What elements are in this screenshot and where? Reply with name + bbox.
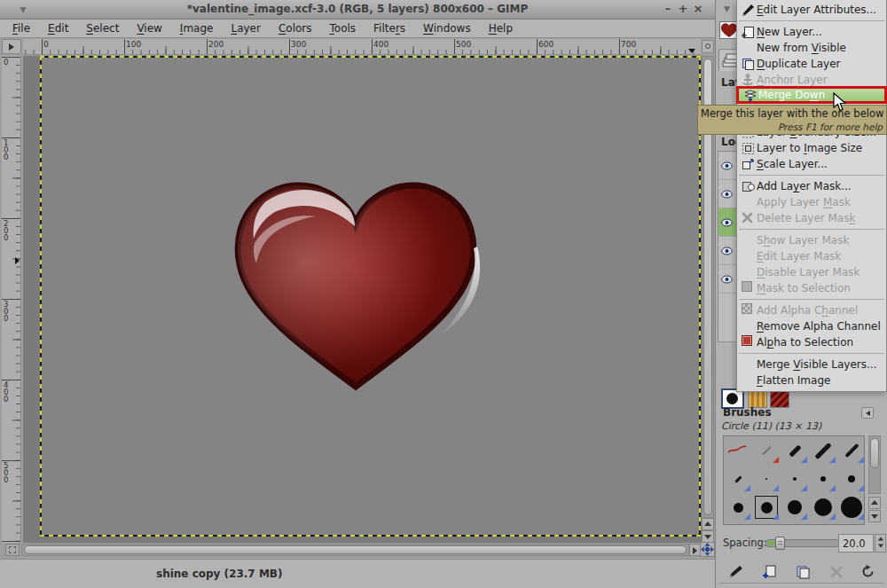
brush-scrollbar[interactable] [868, 435, 881, 494]
menu-item-alpha-to-selection[interactable]: Alpha to Selection [737, 334, 886, 350]
brush-cell[interactable] [724, 436, 752, 465]
menu-item-edit-layer-mask[interactable]: Edit Layer Mask [737, 248, 886, 264]
gradients-tab[interactable] [770, 391, 789, 408]
menu-item-merge-visible-layers[interactable]: Merge Visible Layers... [737, 357, 886, 372]
horizontal-scrollbar[interactable] [21, 544, 689, 556]
slider-handle[interactable] [775, 537, 785, 550]
menubar-item-view[interactable]: View [128, 20, 170, 36]
brush-scroll-up-button[interactable] [868, 497, 881, 509]
navigation-button[interactable] [700, 542, 715, 557]
menu-item-flatten-image[interactable]: Flatten Image [737, 372, 886, 388]
red-swatch-icon [742, 335, 757, 349]
menu-item-label: Disable Layer Mask [757, 266, 860, 278]
menu-item-edit-layer-attributes[interactable]: Edit Layer Attributes... [737, 2, 886, 18]
menu-item-merge-down[interactable]: Merge Down [736, 86, 887, 104]
delete-brush-button[interactable] [830, 566, 843, 578]
refresh-brushes-button[interactable] [861, 565, 875, 578]
minimize-button[interactable]: – [661, 2, 675, 16]
horizontal-ruler[interactable]: 0100200300400500600700800 [23, 39, 701, 55]
menu-item-new-layer[interactable]: New Layer... [737, 24, 886, 40]
menu-item-disable-layer-mask[interactable]: Disable Layer Mask [737, 264, 886, 280]
brush-cell[interactable] [781, 521, 809, 525]
spacing-slider[interactable] [765, 539, 840, 547]
scroll-up-button[interactable] [702, 518, 714, 530]
tooltip-text: Merge this layer with the one below it [701, 107, 887, 120]
brush-cell[interactable] [809, 465, 837, 493]
layer-visibility-toggle[interactable] [721, 242, 733, 259]
menu-separator [737, 350, 886, 357]
dock-menu-chevron-icon[interactable]: ▼ [724, 4, 730, 13]
close-button[interactable]: × [691, 2, 705, 16]
spacing-value-input[interactable]: 20.0 [838, 534, 874, 553]
menubar-item-help[interactable]: Help [480, 20, 522, 36]
add-mask-icon [742, 179, 757, 193]
menubar-item-file[interactable]: File [4, 20, 39, 36]
quick-mask-toggle[interactable] [5, 544, 20, 556]
brush-cell[interactable] [837, 465, 865, 493]
brush-cell[interactable] [781, 436, 809, 465]
menu-item-add-layer-mask[interactable]: Add Layer Mask... [737, 178, 886, 194]
layer-visibility-toggle[interactable] [721, 270, 733, 287]
brush-corner-mark [744, 485, 750, 491]
brush-cell[interactable] [809, 493, 837, 521]
pencil-icon [742, 3, 757, 17]
zoom-follow-window-button[interactable] [702, 40, 714, 53]
brush-cell[interactable] [752, 436, 781, 465]
menubar-item-select[interactable]: Select [77, 20, 128, 36]
menu-item-new-from-visible[interactable]: New from Visible [737, 40, 886, 56]
brush-grid[interactable] [723, 435, 865, 525]
menu-item-remove-alpha-channel[interactable]: Remove Alpha Channel [737, 318, 886, 334]
edit-brush-button[interactable] [729, 565, 744, 578]
menubar-item-image[interactable]: Image [171, 20, 223, 36]
menubar-item-windows[interactable]: Windows [414, 20, 480, 36]
brush-cell[interactable] [809, 521, 837, 525]
layer-boundary-bottom [40, 535, 701, 537]
brush-cell[interactable] [837, 493, 865, 521]
menubar-item-colors[interactable]: Colors [270, 20, 321, 36]
brush-scrollbar-thumb[interactable] [870, 438, 879, 468]
layer-visibility-toggle[interactable] [721, 185, 733, 202]
image-surface[interactable] [42, 58, 699, 535]
brush-cell[interactable] [837, 436, 865, 465]
menu-item-mask-to-selection[interactable]: Mask to Selection [737, 280, 886, 296]
layer-visibility-toggle[interactable] [721, 214, 733, 231]
menu-item-show-layer-mask[interactable]: Show Layer Mask [737, 232, 886, 248]
new-brush-button[interactable] [763, 565, 777, 579]
menu-item-delete-layer-mask[interactable]: Delete Layer Mask [737, 210, 886, 226]
vertical-ruler[interactable]: 0100200300400500600 [2, 56, 21, 543]
brush-cell[interactable] [724, 521, 752, 525]
menubar-item-filters[interactable]: Filters [365, 20, 414, 36]
brush-cell[interactable] [752, 521, 781, 525]
brush-cell[interactable] [752, 465, 781, 493]
brush-cell[interactable] [809, 436, 837, 465]
panel-collapse-button[interactable] [861, 407, 874, 419]
menu-item-layer-to-image-size[interactable]: Layer to Image Size [737, 140, 886, 156]
brush-cell[interactable] [724, 465, 752, 493]
menubar: FileEditSelectViewImageLayerColorsToolsF… [0, 20, 715, 38]
layer-visibility-toggle[interactable] [721, 157, 733, 174]
menubar-item-layer[interactable]: Layer [222, 20, 269, 36]
titlebar[interactable]: ▼ *valentine_image.xcf-3.0 (RGB, 5 layer… [0, 0, 715, 20]
brush-dot [788, 500, 802, 514]
brush-cell[interactable] [781, 493, 809, 521]
brush-cell[interactable] [781, 465, 809, 493]
brush-scroll-down-button[interactable] [868, 510, 881, 522]
duplicate-brush-button[interactable] [796, 565, 811, 579]
tooltip-hint: Press F1 for more help [778, 122, 883, 132]
maximize-button[interactable]: + [676, 2, 690, 16]
menu-item-scale-layer[interactable]: Scale Layer... [737, 156, 886, 172]
brush-cell[interactable] [837, 521, 865, 525]
menu-item-apply-layer-mask[interactable]: Apply Layer Mask [737, 194, 886, 210]
horizontal-scrollbar-thumb[interactable] [24, 545, 687, 554]
ruler-corner-button[interactable] [2, 39, 21, 54]
scroll-down-button[interactable] [702, 530, 714, 543]
menu-item-add-alpha-channel[interactable]: Add Alpha Channel [737, 302, 886, 318]
menu-separator [737, 172, 886, 178]
brush-cell[interactable] [724, 493, 752, 521]
canvas[interactable] [23, 56, 702, 543]
menu-item-duplicate-layer[interactable]: Duplicate Layer [737, 56, 886, 72]
menubar-item-edit[interactable]: Edit [39, 20, 77, 36]
spacing-spinner[interactable] [875, 534, 886, 553]
menubar-item-tools[interactable]: Tools [321, 20, 365, 36]
brush-cell[interactable] [752, 493, 781, 521]
